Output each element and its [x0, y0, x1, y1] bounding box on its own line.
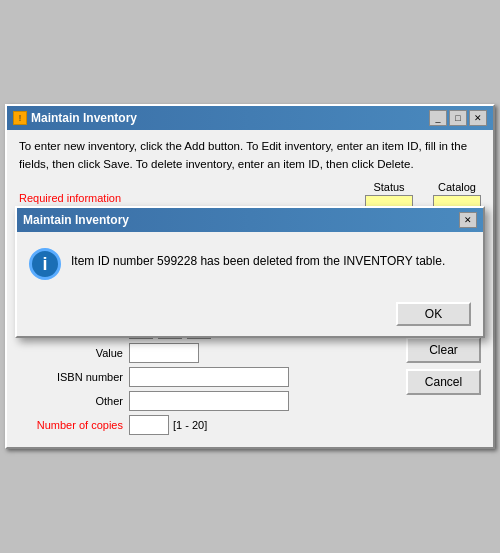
title-bar-buttons: _ □ ✕	[429, 110, 487, 126]
copies-row: Number of copies [1 - 20]	[19, 415, 398, 435]
status-label: Status	[373, 181, 404, 193]
isbn-label: ISBN number	[19, 371, 129, 383]
required-label: Required information	[19, 192, 121, 204]
copies-hint: [1 - 20]	[173, 419, 207, 431]
isbn-row: ISBN number	[19, 367, 398, 387]
isbn-input[interactable]	[129, 367, 289, 387]
close-button[interactable]: ✕	[469, 110, 487, 126]
title-bar-left: ! Maintain Inventory	[13, 111, 137, 125]
window-icon: !	[13, 111, 27, 125]
dialog-title: Maintain Inventory	[23, 213, 129, 227]
dialog-message: Item ID number 599228 has been deleted f…	[71, 248, 445, 270]
info-icon: i	[29, 248, 61, 280]
maximize-button[interactable]: □	[449, 110, 467, 126]
dialog-body: i Item ID number 599228 has been deleted…	[17, 232, 483, 296]
catalog-label: Catalog	[438, 181, 476, 193]
instructions-text: To enter new inventory, click the Add bu…	[19, 138, 481, 173]
copies-input[interactable]	[129, 415, 169, 435]
value-input[interactable]	[129, 343, 199, 363]
window-title: Maintain Inventory	[31, 111, 137, 125]
other-label: Other	[19, 395, 129, 407]
cancel-button[interactable]: Cancel	[406, 369, 481, 395]
other-row: Other	[19, 391, 398, 411]
window-content: To enter new inventory, click the Add bu…	[7, 130, 493, 447]
value-label: Value	[19, 347, 129, 359]
ok-button[interactable]: OK	[396, 302, 471, 326]
title-bar: ! Maintain Inventory _ □ ✕	[7, 106, 493, 130]
dialog-close-button[interactable]: ✕	[459, 212, 477, 228]
value-row: Value	[19, 343, 398, 363]
copies-label: Number of copies	[19, 419, 129, 431]
dialog-title-bar: Maintain Inventory ✕	[17, 208, 483, 232]
dialog-footer: OK	[17, 296, 483, 336]
dialog-overlay: Maintain Inventory ✕ i Item ID number 59…	[15, 206, 485, 338]
clear-button[interactable]: Clear	[406, 337, 481, 363]
main-window: ! Maintain Inventory _ □ ✕ To enter new …	[5, 104, 495, 449]
other-input[interactable]	[129, 391, 289, 411]
minimize-button[interactable]: _	[429, 110, 447, 126]
